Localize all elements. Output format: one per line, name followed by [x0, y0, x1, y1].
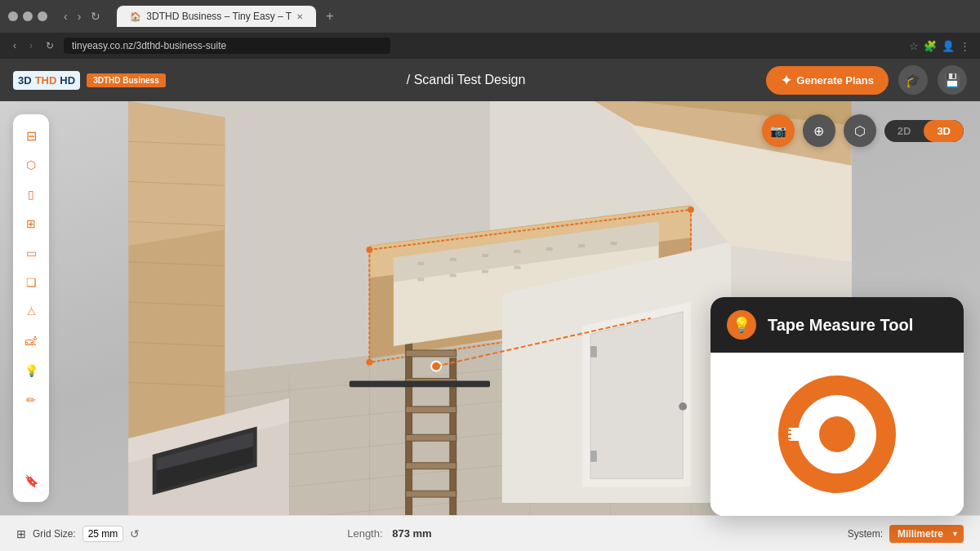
window-max-btn[interactable]	[38, 11, 47, 21]
svg-rect-78	[783, 429, 791, 439]
sidebar-item-stacks[interactable]: ❏	[18, 269, 44, 295]
svg-rect-49	[482, 254, 488, 257]
help-button[interactable]: 🎓	[898, 65, 928, 95]
tooltip-body	[710, 353, 964, 516]
svg-rect-48	[450, 258, 457, 261]
addr-forward-btn[interactable]: ›	[26, 38, 36, 53]
view-controls: 📷 ⊕ ⬡ 2D 3D	[762, 114, 964, 147]
generate-plans-button[interactable]: ✦ Generate Plans	[766, 66, 889, 95]
sidebar-item-stairs[interactable]: ⧊	[18, 299, 44, 325]
tape-measure-svg-icon	[772, 369, 902, 500]
view-3d-button[interactable]: 3D	[924, 120, 964, 142]
left-sidebar: ⊟ ⬡ ▯ ⊞ ▭ ❏ ⧊	[13, 114, 49, 502]
logo-area: 3D THD HD 3DTHD Business	[13, 71, 166, 90]
sidebar-item-furniture[interactable]: 🛋	[18, 328, 44, 354]
svg-marker-60	[590, 312, 683, 479]
view-mode-toggle: 2D 3D	[884, 120, 964, 142]
sidebar-item-doors[interactable]: ▯	[18, 181, 44, 207]
camera-control-button[interactable]: 📷	[762, 114, 795, 147]
stairs-icon: ⧊	[27, 305, 36, 318]
address-icons: ☆ 🧩 👤 ⋮	[909, 40, 970, 52]
sidebar-item-panels[interactable]: ▭	[18, 240, 44, 266]
svg-point-31	[366, 247, 372, 253]
window-controls	[8, 11, 47, 21]
logo-thd: THD	[35, 74, 57, 87]
svg-rect-77	[788, 428, 811, 441]
svg-rect-52	[578, 244, 585, 247]
door-icon: ▯	[28, 188, 34, 201]
svg-rect-47	[417, 262, 424, 265]
svg-rect-51	[546, 247, 553, 251]
app-header: 3D THD HD 3DTHD Business / Scandi Test D…	[0, 59, 980, 101]
browser-nav: ‹ › ↻	[60, 8, 104, 24]
svg-rect-57	[514, 266, 521, 269]
logo-hd: HD	[60, 74, 75, 87]
svg-point-34	[366, 359, 372, 366]
graduation-icon: 🎓	[905, 73, 921, 88]
system-label: System:	[848, 528, 883, 540]
tooltip-icon-wrap: 💡	[727, 310, 756, 340]
nav-refresh-btn[interactable]: ↻	[87, 8, 104, 24]
address-input[interactable]	[64, 38, 390, 54]
save-button[interactable]: 💾	[938, 65, 967, 95]
nav-forward-btn[interactable]: ›	[74, 8, 85, 24]
svg-rect-79	[788, 431, 793, 433]
main-content: ⊟ ⬡ ▯ ⊞ ▭ ❏ ⧊	[0, 101, 980, 551]
browser-tab[interactable]: 🏠 3DTHD Business – Tiny Easy – T ✕	[117, 6, 316, 27]
draw-icon: ✏	[26, 393, 36, 407]
svg-rect-38	[406, 350, 457, 357]
system-dropdown-wrap: Millimetre Inch Feet	[889, 525, 964, 543]
viewport[interactable]: ⊟ ⬡ ▯ ⊞ ▭ ❏ ⧊	[0, 101, 980, 551]
layers-icon: ⊟	[26, 128, 37, 144]
compass-icon: ⊕	[813, 123, 824, 139]
window-icon: ⊞	[26, 217, 36, 230]
business-badge: 3DTHD Business	[87, 73, 166, 87]
svg-rect-54	[417, 278, 424, 281]
grid-size-label: Grid Size:	[33, 528, 76, 540]
panel-icon: ▭	[26, 247, 37, 260]
rotate-control-button[interactable]: ⬡	[844, 114, 876, 147]
lightbulb-icon: 💡	[733, 316, 751, 334]
cube-icon: ⬡	[26, 158, 36, 171]
view-2d-button[interactable]: 2D	[884, 120, 924, 142]
svg-rect-80	[788, 435, 793, 438]
nav-back-btn[interactable]: ‹	[60, 8, 71, 24]
svg-rect-73	[350, 380, 490, 387]
sidebar-item-objects[interactable]: ⬡	[18, 152, 44, 178]
sidebar-item-draw[interactable]: ✏	[18, 387, 44, 413]
reset-button[interactable]: ↺	[130, 527, 140, 540]
grid-size-input[interactable]	[82, 526, 123, 542]
header-right: ✦ Generate Plans 🎓 💾	[766, 65, 967, 95]
tab-close-btn[interactable]: ✕	[296, 12, 303, 21]
svg-rect-55	[450, 274, 457, 278]
stack-icon: ❏	[26, 276, 37, 289]
addr-back-btn[interactable]: ‹	[10, 38, 20, 53]
address-bar: ‹ › ↻ ☆ 🧩 👤 ⋮	[0, 33, 980, 59]
system-dropdown[interactable]: Millimetre Inch Feet	[889, 525, 964, 543]
compass-control-button[interactable]: ⊕	[803, 114, 835, 147]
length-value: 873 mm	[392, 527, 431, 540]
sidebar-item-layers[interactable]: ⊟	[18, 122, 44, 149]
rotate-icon: ⬡	[854, 123, 866, 139]
sidebar-item-windows[interactable]: ⊞	[18, 211, 44, 237]
bookmark-addr-icon[interactable]: ☆	[909, 40, 919, 52]
generate-btn-label: Generate Plans	[796, 74, 874, 87]
svg-rect-56	[482, 270, 488, 273]
new-tab-btn[interactable]: +	[326, 9, 333, 24]
length-label: Length:	[347, 527, 382, 540]
addr-refresh-btn[interactable]: ↻	[42, 38, 57, 53]
svg-rect-53	[611, 242, 617, 245]
window-close-btn[interactable]	[8, 11, 18, 21]
window-min-btn[interactable]	[23, 11, 33, 21]
sidebar-item-lights[interactable]: 💡	[18, 358, 44, 384]
account-icon[interactable]: 👤	[942, 40, 955, 52]
tab-title: 3DTHD Business – Tiny Easy – T	[146, 11, 292, 22]
grid-size-area: ⊞ Grid Size: ↺	[16, 526, 140, 542]
settings-addr-icon[interactable]: ⋮	[960, 40, 970, 52]
browser-chrome: ‹ › ↻ 🏠 3DTHD Business – Tiny Easy – T ✕…	[0, 0, 980, 33]
app-container: 3D THD HD 3DTHD Business / Scandi Test D…	[0, 59, 980, 551]
logo-3d: 3D	[18, 74, 32, 87]
svg-rect-63	[590, 451, 597, 462]
extension-icon[interactable]: 🧩	[924, 40, 937, 52]
sidebar-item-bookmark[interactable]: 🔖	[18, 468, 44, 494]
